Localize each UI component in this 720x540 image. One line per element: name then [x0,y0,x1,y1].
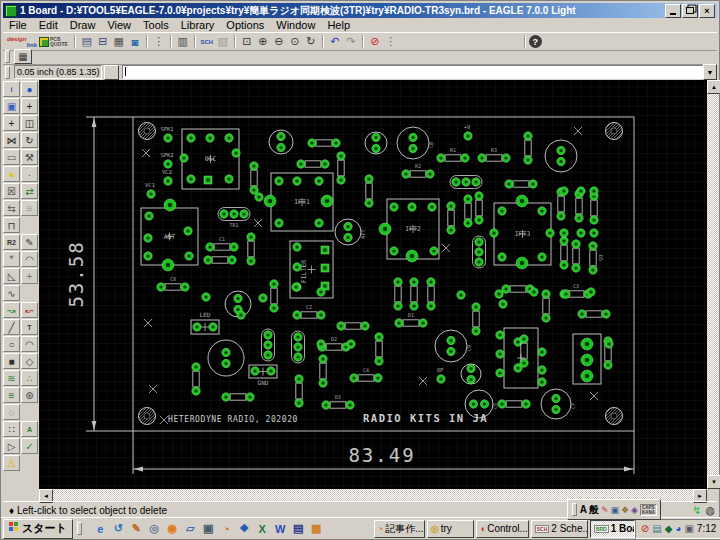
pcb-pad-pad[interactable] [587,288,595,296]
auto-router-tool[interactable]: ⊛ [21,387,38,403]
traffic-light-button[interactable]: ⋮ [383,34,399,49]
pcb-pad-pad[interactable] [560,229,568,237]
scroll-up-button[interactable]: ▲ [707,80,720,94]
pcb-pad-pad[interactable] [202,293,210,301]
task-try-folder[interactable]: ◎try [427,520,474,538]
tray-shield-icon[interactable]: ◆ [665,524,673,534]
window-icon[interactable]: ▱ [183,521,198,536]
media-player-icon[interactable]: ◉ [165,521,180,536]
pcb-pad-pad[interactable] [495,290,503,298]
task-control-panel[interactable]: ◖Control... [476,520,529,538]
miter-tool[interactable]: ◠ [21,251,38,267]
pcb-pad-pad[interactable] [590,229,598,237]
computer-icon[interactable]: ▣ [201,521,216,536]
info-tool[interactable]: i [3,81,20,97]
pcb-pad-pad[interactable] [347,340,355,348]
pcb-pad-pad[interactable] [530,288,538,296]
meander-tool[interactable]: ∿ [3,285,20,301]
save-button[interactable]: ⊟ [95,34,111,49]
board-canvas[interactable]: 53.5883.49OSCANTIFT1IFT2IFT3FILTERLEDGND… [39,80,707,489]
mounting-hole[interactable] [139,408,156,425]
ripup-tool[interactable]: ↜ [21,302,38,318]
titlebar[interactable]: 1 Board - D:¥TOOL5¥EAGLE-7.0.0¥projects¥… [3,3,717,18]
excel-icon[interactable]: X [255,521,270,536]
firefox-icon[interactable]: ◔ [219,521,234,536]
rect-tool[interactable]: ■ [3,353,20,369]
mirror-tool[interactable]: ⋈ [3,132,20,148]
pcb-pad-pad[interactable] [577,187,585,195]
command-input[interactable] [122,65,703,79]
mark-tool[interactable]: + [21,98,38,114]
board-silkscreen-text[interactable]: RADIO KITS IN JA [363,412,488,424]
pcb-pad-pad[interactable] [560,187,568,195]
book-icon[interactable]: ▤ [291,521,306,536]
ie-icon[interactable]: e [93,521,108,536]
rotate-tool[interactable]: ↻ [21,132,38,148]
cut-tool[interactable]: ∙ [21,166,38,182]
text-tool[interactable]: T [21,319,38,335]
menu-item-options[interactable]: Options [220,19,270,31]
name-tool[interactable]: ✎ [21,234,38,250]
group-tool[interactable]: ▭ [3,149,20,165]
mounting-hole[interactable] [606,408,623,425]
viewer-icon[interactable]: ◎ [147,521,162,536]
scroll-down-button[interactable]: ▼ [707,475,720,489]
layer-settings-button[interactable]: ▧ [215,34,231,49]
minimize-button[interactable] [665,4,681,18]
ime-dict-icon[interactable]: ❖ [621,505,629,515]
open-button[interactable]: ▤ [79,34,95,49]
pcb-pad-pad[interactable] [259,294,267,302]
menu-item-window[interactable]: Window [270,19,321,31]
lock-tool[interactable]: ⊓ [3,217,20,233]
vertical-scrollbar[interactable]: ▲ ▼ [707,80,719,489]
hole-tool[interactable]: ◌ [3,404,20,420]
pcb-pad-pad[interactable] [457,291,465,299]
task-board[interactable]: BRD1 Boa... [590,520,635,538]
arc-tool[interactable]: ◠ [21,336,38,352]
pcb-pad-pad[interactable] [292,283,300,291]
tray-display-icon[interactable]: ▤ [652,524,661,534]
board-silkscreen-text[interactable]: HETERODYNE RADIO, 202020 [168,415,298,424]
help-button[interactable]: ? [529,35,542,48]
menu-item-view[interactable]: View [101,19,137,31]
ime-pad-icon[interactable]: ▣ [610,505,619,515]
coordinate-mode-button[interactable] [104,65,119,80]
designlink-logo[interactable]: designlink [7,36,37,48]
menu-item-edit[interactable]: Edit [33,19,64,31]
wire-tool[interactable]: ╱ [3,319,20,335]
ime-conversion-mode[interactable]: 般 [589,503,599,517]
tray-mute-icon[interactable]: ⊘ [641,524,649,534]
display-tool[interactable]: ▣ [3,98,20,114]
ime-input-mode[interactable]: A [580,504,587,515]
ime-props-icon[interactable]: ◈ [631,505,638,515]
split-wire-tool[interactable]: ◺ [3,268,20,284]
move-tool[interactable]: + [3,115,20,131]
print-button[interactable]: ▦ [111,34,127,49]
pinswap-tool[interactable]: ⇄ [21,183,38,199]
pcb-pad-pad[interactable] [590,187,598,195]
via-tool[interactable]: ≋ [3,370,20,386]
menu-item-help[interactable]: Help [321,19,356,31]
warning-indicator[interactable]: ⚠ [3,455,20,471]
tray-help-icon[interactable]: ◕ [675,524,681,534]
command-history-dropdown[interactable]: ▼ [703,64,717,80]
circle-tool[interactable]: ○ [3,336,20,352]
zoom-redraw-button[interactable]: ↻ [303,34,319,49]
pcb-pad-pad[interactable] [317,288,325,296]
image-icon[interactable]: ▦ [309,521,324,536]
grid-settings-button[interactable]: ▦ [14,49,32,64]
coordbar-drag-handle[interactable] [5,66,10,79]
ime-drag-handle[interactable] [572,503,577,516]
ratsnest-tool[interactable]: ≡ [3,387,20,403]
undo-button[interactable]: ↶ [327,34,343,49]
mounting-hole[interactable] [606,123,623,140]
ime-toolbar[interactable]: A 般 ✎▣❖◈ CAPSKANA [567,499,661,520]
smash-tool[interactable]: * [3,251,20,267]
errors-tool[interactable]: ✓ [21,438,38,454]
pcb-pad-pad[interactable] [605,340,613,348]
stop-button[interactable]: ⊘ [367,34,383,49]
menu-item-tools[interactable]: Tools [137,19,175,31]
switch-to-schematic-button[interactable]: SCH [199,34,215,49]
replace-tool[interactable]: R2 [3,234,20,250]
zoom-fit-button[interactable]: ⊡ [239,34,255,49]
